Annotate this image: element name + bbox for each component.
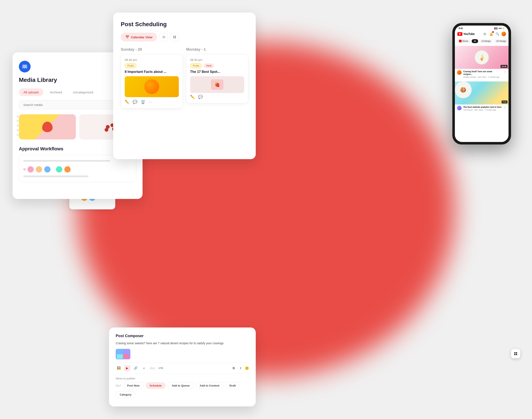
chip-all[interactable]: All (472, 39, 478, 43)
publish-this-label: this? (116, 384, 121, 387)
media-image-tomato[interactable] (19, 114, 76, 139)
signal-icon: ▌▌▌ (494, 27, 498, 29)
video-time-1: 4 months ago (488, 76, 500, 78)
orange-circle-decoration (144, 79, 159, 94)
avatar-1 (27, 166, 34, 173)
svg-rect-8 (514, 352, 516, 354)
sidebar-dot (17, 120, 18, 122)
event-title-1: 8 Important Facts about ... (125, 70, 179, 74)
utm-button[interactable]: UTM (158, 365, 164, 371)
chip-all-label: All (474, 40, 476, 42)
composer-title: Post Composer (116, 334, 249, 338)
sunday-header: Sunday - 28 (121, 47, 183, 52)
tab-uncategorized[interactable]: Uncategorized (68, 88, 98, 96)
video-sub-1: Healthy recipes · 44K views · 4 months a… (463, 76, 502, 78)
channel-name-1: Healthy recipes (463, 76, 476, 78)
video-item-2[interactable]: 🍪 7:11 The best website analytics tool i… (455, 81, 508, 112)
preview-cell-1 (117, 350, 123, 354)
bold-button[interactable]: B (231, 366, 236, 371)
svg-rect-3 (164, 37, 165, 38)
schedule-button[interactable]: Schedule (146, 382, 166, 389)
grid-view-button[interactable] (170, 33, 179, 41)
youtube-header-icons: ⊡ 🔔 🔍 (482, 32, 506, 36)
italic-button[interactable]: I (239, 366, 243, 371)
library-fab-button[interactable] (511, 349, 520, 358)
utm-label: UTM (158, 367, 163, 369)
post-scheduling-card: Post Scheduling 📅 Calendar View (113, 13, 256, 159)
post-now-button[interactable]: Post Now (123, 382, 143, 389)
chip-shorts[interactable]: Shorts (457, 39, 470, 43)
app-logo[interactable] (19, 61, 31, 72)
hashtag-button[interactable]: # (141, 365, 147, 371)
comment-icon[interactable]: 💬 (133, 100, 137, 104)
chip-ux-design[interactable]: UX Design (494, 39, 508, 43)
shorts-icon (459, 40, 462, 42)
composer-toolbar: 🖼️ ▶ 🔗 # ◇◇ UTM B I 🙂 (116, 363, 249, 374)
berry-decoration (106, 125, 110, 129)
preview-cell-2 (123, 350, 129, 354)
list-view-button[interactable] (160, 33, 168, 41)
draft-button[interactable]: Draft (225, 382, 240, 389)
status-bar: 9:41 ▌▌▌ WiFi 🔋 (455, 26, 508, 30)
publish-actions-row: this? Post Now Schedule Add to Queue Add… (116, 382, 249, 389)
video-info-2: The best website analytics tool is here … (455, 105, 508, 112)
video-more-button-2[interactable]: ⋮ (504, 106, 506, 109)
notification-badge (492, 31, 494, 33)
delete-icon[interactable]: 🗑️ (141, 100, 145, 104)
event-card-sunday[interactable]: 08:30 pm Fruits 8 Important Facts about … (121, 54, 183, 108)
svg-rect-4 (173, 36, 174, 37)
tab-archived[interactable]: Archived (45, 88, 67, 96)
notification-icon[interactable]: 🔔 (489, 32, 493, 36)
event-image-2: 🍓 (190, 76, 244, 93)
avatar-5 (64, 166, 71, 173)
phone-mockup: 9:41 ▌▌▌ WiFi 🔋 YouTube ⊡ 🔔 🔍 (452, 23, 511, 144)
scheduling-toolbar: 📅 Calendar View (121, 33, 248, 41)
comment-icon-2[interactable]: 💬 (198, 95, 203, 99)
tab-all-uploads[interactable]: All uploads (19, 88, 43, 96)
category-button[interactable]: Category (116, 391, 136, 398)
scheduling-days: Sunday - 28 08:30 pm Fruits 8 Important … (121, 47, 248, 108)
add-to-queue-button[interactable]: Add to Queue (168, 382, 193, 389)
library-icon (514, 352, 518, 356)
logo-icon (22, 64, 28, 70)
list-icon (162, 35, 165, 39)
emoji-button[interactable]: 🙂 (245, 366, 249, 370)
when-to-publish-label: When to publish (116, 377, 249, 380)
event-actions-2: ✏️ 💬 (190, 95, 244, 99)
code-button[interactable]: ◇◇ (149, 365, 156, 371)
video-title-2: The best website analytics tool is here (463, 106, 502, 108)
sunday-column: Sunday - 28 08:30 pm Fruits 8 Important … (121, 47, 183, 108)
user-avatar[interactable] (501, 32, 506, 36)
avatar-2 (35, 166, 42, 173)
video-info-1: Craving food? here are some recipes... H… (455, 69, 508, 79)
calendar-view-button[interactable]: 📅 Calendar View (121, 33, 157, 41)
workflow-line-2 (23, 175, 88, 177)
svg-rect-11 (516, 354, 517, 355)
more-icon[interactable]: ⋯ (149, 100, 152, 104)
add-to-content-button[interactable]: Add to Content (196, 382, 223, 389)
play-triangle (459, 33, 461, 35)
event-time-1: 08:30 pm (125, 58, 179, 62)
chip-ui-design[interactable]: UI Design (479, 39, 493, 43)
video-thumbnail-2: 🍪 7:11 (455, 81, 508, 105)
video-item-1[interactable]: 🍦 54:48 Craving food? here are some reci… (455, 46, 508, 79)
video-insert-button[interactable]: ▶ (124, 365, 130, 371)
video-thumbnail-1: 🍦 54:48 (455, 46, 508, 69)
video-duration-1: 54:48 (501, 65, 507, 68)
phone-screen: 9:41 ▌▌▌ WiFi 🔋 YouTube ⊡ 🔔 🔍 (455, 26, 508, 142)
edit-icon[interactable]: ✏️ (125, 100, 129, 104)
channel-avatar-1 (457, 70, 462, 75)
avatar-3 (44, 166, 51, 173)
video-views-2: 90K views (475, 109, 483, 111)
youtube-logo[interactable]: YouTube (457, 32, 475, 36)
workflow-line-1 (23, 160, 110, 162)
edit-icon-2[interactable]: ✏️ (190, 95, 195, 99)
cast-icon[interactable]: ⊡ (482, 32, 487, 36)
post-composer-card: Post Composer Craving some sweets? here … (109, 327, 256, 406)
link-insert-button[interactable]: 🔗 (133, 365, 139, 371)
event-card-monday[interactable]: 08:30 pm Fruits Heat The 17 Best Spot...… (186, 54, 248, 103)
publish-section: When to publish this? Post Now Schedule … (116, 377, 249, 398)
image-insert-button[interactable]: 🖼️ (116, 365, 122, 371)
search-icon[interactable]: 🔍 (495, 32, 500, 36)
video-more-button-1[interactable]: ⋮ (504, 70, 506, 74)
